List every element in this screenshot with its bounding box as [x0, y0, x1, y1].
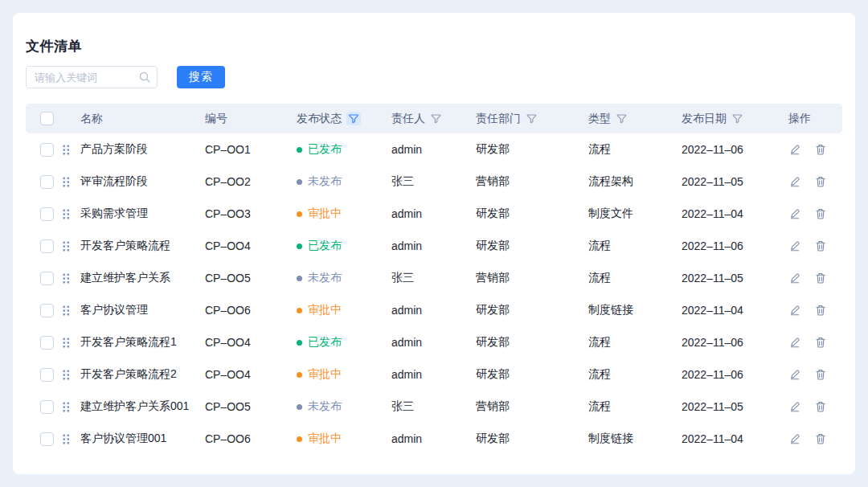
row-department: 研发部 — [476, 239, 510, 253]
status-badge: 审批中 — [297, 367, 342, 382]
row-checkbox[interactable] — [40, 175, 54, 189]
filter-icon[interactable] — [731, 113, 743, 125]
status-dot-icon — [297, 436, 302, 442]
row-name-cell: 产品方案阶段 — [61, 142, 205, 157]
edit-icon[interactable] — [788, 272, 801, 284]
delete-icon[interactable] — [814, 239, 827, 252]
filter-icon[interactable] — [430, 113, 442, 125]
row-checkbox[interactable] — [40, 304, 54, 317]
edit-icon[interactable] — [788, 336, 801, 349]
row-checkbox[interactable] — [40, 272, 54, 285]
row-checkbox[interactable] — [40, 400, 54, 414]
row-date-cell: 2022–11–06 — [682, 336, 788, 349]
delete-icon[interactable] — [814, 368, 827, 381]
row-checkbox[interactable] — [40, 143, 54, 157]
row-name-cell: 开发客户策略流程2 — [61, 367, 205, 382]
table-row: 建立维护客户关系CP–OO5未发布张三营销部流程2022–11–05 — [26, 262, 842, 294]
status-badge: 已发布 — [297, 142, 342, 157]
row-name: 建立维护客户关系001 — [80, 399, 189, 414]
status-label: 审批中 — [308, 207, 342, 221]
delete-icon[interactable] — [814, 304, 827, 317]
status-badge: 未发布 — [297, 271, 342, 285]
table-row: 开发客户策略流程1CP–OO4已发布admin研发部流程2022–11–06 — [26, 326, 842, 358]
delete-icon[interactable] — [814, 400, 827, 413]
edit-icon[interactable] — [788, 304, 801, 317]
row-select-cell — [26, 368, 61, 382]
row-checkbox[interactable] — [40, 239, 54, 253]
row-name: 开发客户策略流程1 — [80, 335, 177, 350]
row-owner-cell: admin — [391, 304, 476, 317]
row-type: 流程 — [588, 271, 611, 285]
row-status-cell: 审批中 — [297, 207, 391, 221]
drag-handle-icon[interactable] — [63, 402, 70, 412]
drag-handle-icon[interactable] — [63, 177, 70, 187]
column-header-4: 责任部门 — [476, 112, 588, 126]
row-owner: admin — [391, 239, 422, 252]
row-department-cell: 研发部 — [476, 367, 588, 382]
row-department-cell: 研发部 — [476, 432, 588, 446]
delete-icon[interactable] — [814, 272, 827, 284]
row-date: 2022–11–04 — [682, 207, 743, 220]
edit-icon[interactable] — [788, 368, 801, 381]
row-owner-cell: admin — [391, 336, 476, 349]
row-actions-cell — [788, 432, 842, 445]
delete-icon[interactable] — [814, 175, 827, 188]
row-owner: 张三 — [391, 271, 414, 285]
filter-icon[interactable] — [526, 113, 538, 125]
select-all-checkbox[interactable] — [40, 112, 54, 125]
edit-icon[interactable] — [788, 400, 801, 413]
row-name: 客户协议管理 — [80, 303, 148, 317]
drag-handle-icon[interactable] — [63, 241, 70, 252]
drag-handle-icon[interactable] — [63, 145, 70, 155]
delete-icon[interactable] — [814, 207, 827, 220]
drag-handle-icon[interactable] — [63, 305, 70, 316]
row-code: CP–OO4 — [205, 336, 251, 349]
drag-handle-icon[interactable] — [63, 434, 70, 444]
delete-icon[interactable] — [814, 432, 827, 445]
row-checkbox[interactable] — [40, 336, 54, 350]
row-date-cell: 2022–11–05 — [682, 272, 788, 284]
row-department: 营销部 — [476, 271, 510, 285]
table-row: 开发客户策略流程2CP–OO4审批中admin研发部流程2022–11–06 — [26, 358, 842, 391]
edit-icon[interactable] — [788, 239, 801, 252]
toolbar: 搜索 — [26, 66, 225, 88]
drag-handle-icon[interactable] — [63, 370, 70, 380]
delete-icon[interactable] — [814, 336, 827, 349]
row-checkbox[interactable] — [40, 207, 54, 221]
row-code-cell: CP–OO4 — [205, 368, 297, 381]
row-type-cell: 流程架构 — [588, 174, 682, 189]
search-button[interactable]: 搜索 — [177, 66, 225, 88]
row-date-cell: 2022–11–06 — [682, 239, 788, 252]
row-actions-cell — [788, 272, 842, 284]
row-owner: admin — [391, 207, 422, 220]
status-dot-icon — [297, 211, 302, 217]
row-owner: admin — [391, 143, 422, 156]
row-checkbox[interactable] — [40, 368, 54, 382]
column-header-2: 发布状态 — [297, 112, 391, 126]
row-checkbox[interactable] — [40, 432, 54, 446]
status-badge: 审批中 — [297, 207, 342, 221]
drag-handle-icon[interactable] — [63, 273, 70, 284]
status-label: 审批中 — [308, 367, 342, 382]
row-owner: admin — [391, 336, 422, 349]
edit-icon[interactable] — [788, 432, 801, 445]
row-department: 研发部 — [476, 303, 510, 317]
row-select-cell — [26, 432, 61, 446]
row-code: CP–OO5 — [205, 272, 251, 284]
row-owner: admin — [391, 432, 422, 445]
row-type: 流程 — [588, 239, 611, 253]
row-department-cell: 营销部 — [476, 271, 588, 285]
drag-handle-icon[interactable] — [63, 338, 70, 348]
row-code-cell: CP–OO3 — [205, 207, 297, 220]
row-actions-cell — [788, 400, 842, 413]
edit-icon[interactable] — [788, 207, 801, 220]
row-name: 产品方案阶段 — [80, 142, 148, 157]
filter-icon[interactable] — [346, 112, 361, 125]
edit-icon[interactable] — [788, 175, 801, 188]
delete-icon[interactable] — [814, 143, 827, 156]
status-dot-icon — [297, 372, 302, 378]
drag-handle-icon[interactable] — [63, 209, 70, 219]
filter-icon[interactable] — [616, 113, 628, 125]
status-dot-icon — [297, 340, 302, 346]
edit-icon[interactable] — [788, 143, 801, 156]
